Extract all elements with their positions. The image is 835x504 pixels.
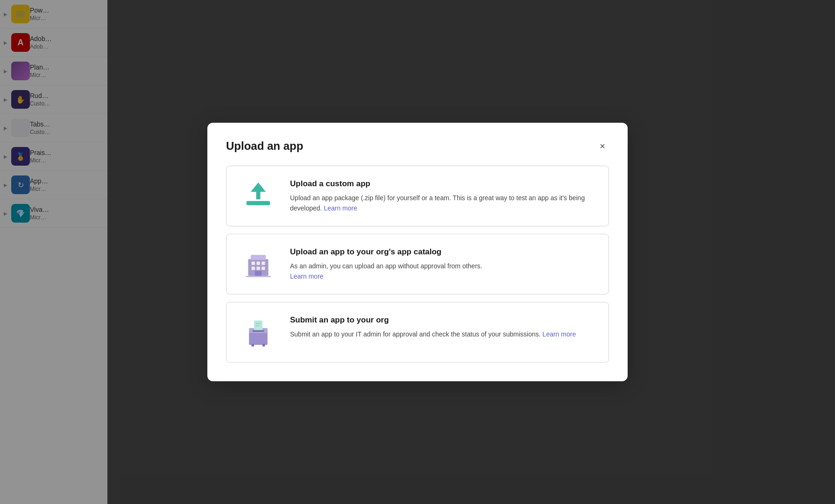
svg-rect-14: [246, 276, 271, 277]
svg-rect-10: [252, 266, 255, 270]
svg-rect-6: [251, 255, 266, 260]
submit-app-icon: [240, 314, 277, 351]
upload-org-catalog-card[interactable]: Upload an app to your org's app catalog …: [226, 234, 609, 294]
submit-app-learn-more[interactable]: Learn more: [543, 330, 576, 338]
svg-rect-7: [252, 262, 255, 265]
submit-app-card[interactable]: Submit an app to your org Submit an app …: [226, 302, 609, 363]
upload-custom-app-desc: Upload an app package (.zip file) for yo…: [290, 193, 595, 213]
upload-custom-app-title: Upload a custom app: [290, 179, 595, 189]
svg-rect-11: [256, 266, 260, 270]
upload-org-catalog-desc: As an admin, you can upload an app witho…: [290, 261, 595, 281]
upload-custom-app-content: Upload a custom app Upload an app packag…: [290, 177, 595, 213]
modal-title: Upload an app: [226, 140, 303, 153]
svg-rect-9: [262, 262, 265, 265]
modal-close-button[interactable]: ×: [596, 140, 609, 153]
upload-custom-app-card[interactable]: Upload a custom app Upload an app packag…: [226, 166, 609, 226]
upload-org-catalog-icon: [240, 245, 277, 283]
svg-rect-8: [256, 262, 260, 265]
svg-rect-18: [256, 323, 261, 324]
submit-app-title: Submit an app to your org: [290, 315, 595, 325]
svg-rect-12: [262, 266, 265, 270]
svg-marker-4: [251, 182, 266, 192]
upload-custom-app-learn-more[interactable]: Learn more: [324, 204, 357, 212]
svg-rect-13: [255, 271, 262, 276]
upload-org-catalog-learn-more[interactable]: Learn more: [290, 273, 324, 280]
svg-rect-22: [262, 344, 265, 346]
svg-rect-15: [249, 331, 268, 345]
submit-app-content: Submit an app to your org Submit an app …: [290, 314, 595, 340]
svg-rect-19: [256, 325, 259, 326]
svg-rect-20: [252, 330, 264, 332]
svg-rect-2: [247, 201, 270, 205]
modal-header: Upload an app ×: [226, 140, 609, 153]
upload-org-catalog-title: Upload an app to your org's app catalog: [290, 247, 595, 257]
submit-app-desc: Submit an app to your IT admin for appro…: [290, 329, 595, 340]
upload-app-modal: Upload an app × Upload a custom app Uplo…: [207, 123, 628, 381]
upload-org-catalog-content: Upload an app to your org's app catalog …: [290, 245, 595, 281]
upload-custom-app-icon: [240, 177, 277, 215]
svg-rect-21: [252, 344, 254, 346]
